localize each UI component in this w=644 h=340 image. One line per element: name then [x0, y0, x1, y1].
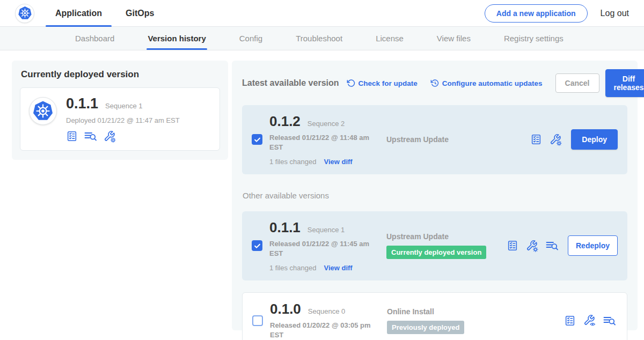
subnav-item-troubleshoot[interactable]: Troubleshoot	[296, 27, 342, 50]
released-timestamp: Released 01/21/22 @ 11:45 am EST	[269, 239, 372, 258]
checkmark-icon	[253, 136, 261, 144]
checkmark-icon	[253, 242, 261, 250]
config-view-icon[interactable]	[583, 314, 596, 327]
subnav-item-config[interactable]: Config	[239, 27, 262, 50]
subnav-item-dashboard[interactable]: Dashboard	[75, 27, 114, 50]
deployed-version-number: 0.1.1	[66, 96, 98, 112]
logout-button[interactable]: Log out	[601, 9, 629, 18]
configure-automatic-updates-link[interactable]: Configure automatic updates	[430, 79, 543, 87]
version-checkbox[interactable]	[252, 240, 262, 251]
version-number: 0.1.0	[270, 301, 301, 317]
schedule-update-icon	[430, 79, 439, 87]
deployed-version-card: 0.1.1 Sequence 1 Deployed 01/21/22 @ 11:…	[20, 87, 220, 151]
deploy-logs-icon[interactable]	[84, 130, 97, 142]
configure-automatic-updates-label: Configure automatic updates	[442, 79, 543, 87]
version-checkbox[interactable]	[252, 315, 263, 326]
subnav-item-version-history[interactable]: Version history	[148, 27, 206, 50]
tab-application[interactable]: Application	[49, 0, 108, 27]
sequence-label: Sequence 0	[308, 307, 345, 315]
subnav-item-view-files[interactable]: View files	[437, 27, 471, 50]
deployed-panel-title: Currently deployed version	[21, 69, 220, 80]
available-panel-header: Latest available version Check for updat…	[242, 69, 627, 97]
version-row-0-1-2: 0.1.2 Sequence 2 Released 01/21/22 @ 11:…	[242, 105, 627, 174]
cancel-button[interactable]: Cancel	[555, 73, 599, 93]
subnav-item-registry-settings[interactable]: Registry settings	[504, 27, 564, 50]
deployed-timestamp: Deployed 01/21/22 @ 11:47 am EST	[66, 116, 180, 124]
diff-releases-button[interactable]: Diff releases	[605, 69, 644, 97]
deploy-logs-icon[interactable]	[546, 240, 559, 252]
version-source-label: Upstream Update	[386, 135, 449, 144]
version-source-label: Online Install	[387, 307, 434, 316]
version-number: 0.1.2	[269, 114, 301, 129]
release-notes-icon[interactable]	[66, 130, 78, 142]
deployed-sequence-label: Sequence 1	[105, 102, 142, 110]
files-changed-label: 1 files changed	[269, 158, 316, 166]
check-for-update-label: Check for update	[358, 79, 418, 87]
refresh-icon	[347, 79, 355, 87]
tab-gitops[interactable]: GitOps	[120, 0, 160, 27]
view-diff-link[interactable]: View diff	[324, 158, 352, 166]
subnav-item-license[interactable]: License	[376, 27, 404, 50]
released-timestamp: Released 01/20/22 @ 03:05 pm EST	[270, 321, 373, 340]
version-number: 0.1.1	[269, 220, 301, 235]
version-source-label: Upstream Update	[386, 232, 449, 241]
currently-deployed-badge: Currently deployed version	[386, 246, 486, 259]
deploy-logs-icon[interactable]	[603, 315, 616, 327]
version-checkbox[interactable]	[252, 134, 262, 145]
previously-deployed-badge: Previously deployed	[387, 321, 464, 334]
app-icon	[29, 97, 57, 125]
redeploy-button[interactable]: Redeploy	[568, 235, 618, 256]
version-row-0-1-0: 0.1.0 Sequence 0 Released 01/20/22 @ 03:…	[242, 292, 627, 340]
check-for-update-link[interactable]: Check for update	[347, 79, 418, 87]
main-content: Currently deployed version 0.1.1 Sequenc…	[0, 50, 644, 339]
deploy-button[interactable]: Deploy	[571, 129, 618, 150]
sequence-label: Sequence 2	[308, 120, 345, 128]
release-notes-icon[interactable]	[530, 134, 542, 145]
files-changed-label: 1 files changed	[269, 264, 316, 272]
release-notes-icon[interactable]	[507, 240, 518, 252]
kubernetes-logo	[15, 4, 34, 23]
config-icon[interactable]	[550, 134, 562, 146]
top-navbar: Application GitOps Add a new application…	[0, 0, 644, 27]
sequence-label: Sequence 1	[308, 226, 345, 234]
other-versions-title: Other available versions	[243, 191, 627, 200]
released-timestamp: Released 01/21/22 @ 11:48 am EST	[269, 133, 372, 152]
view-diff-link[interactable]: View diff	[324, 264, 352, 272]
currently-deployed-panel: Currently deployed version 0.1.1 Sequenc…	[12, 61, 228, 160]
config-icon[interactable]	[104, 130, 116, 143]
add-new-application-button[interactable]: Add a new application	[485, 4, 588, 23]
version-row-0-1-1: 0.1.1 Sequence 1 Released 01/21/22 @ 11:…	[242, 211, 627, 280]
available-versions-panel: Latest available version Check for updat…	[232, 61, 638, 330]
app-subnav: Dashboard Version history Config Trouble…	[0, 27, 644, 50]
release-notes-icon[interactable]	[564, 315, 576, 327]
config-icon[interactable]	[526, 240, 538, 252]
available-panel-title: Latest available version	[242, 78, 339, 88]
